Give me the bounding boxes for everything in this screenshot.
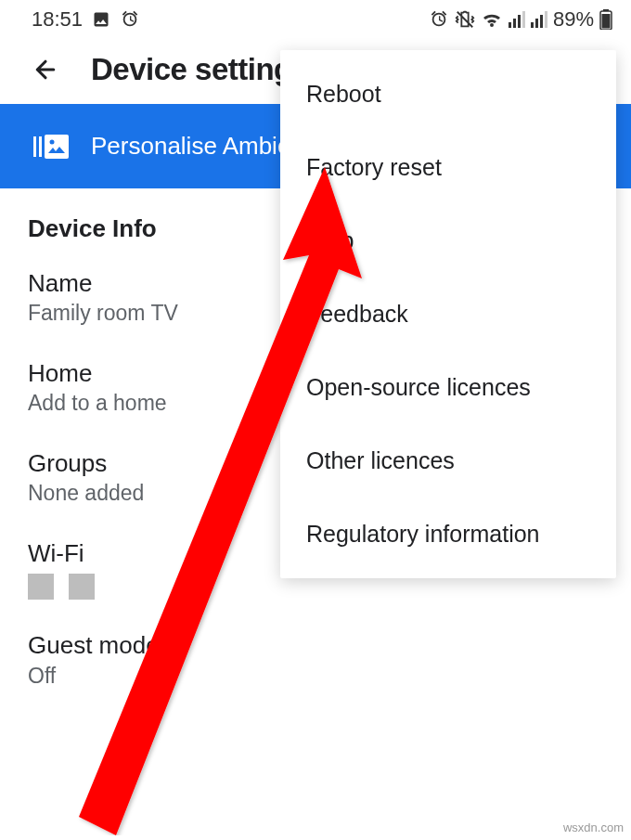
page-title: Device settings xyxy=(91,52,309,87)
menu-other-licences[interactable]: Other licences xyxy=(280,424,616,498)
battery-icon xyxy=(599,9,612,30)
svg-rect-6 xyxy=(540,15,543,28)
ambient-icon xyxy=(33,133,69,161)
wifi-icon xyxy=(481,10,503,29)
watermark: wsxdn.com xyxy=(563,821,624,834)
status-right: 89% xyxy=(429,7,612,32)
svg-rect-7 xyxy=(545,11,547,28)
menu-reboot[interactable]: Reboot xyxy=(280,58,616,131)
row-label: Guest mode xyxy=(28,631,603,660)
row-value: Off xyxy=(28,663,603,691)
svg-rect-2 xyxy=(518,15,521,28)
menu-factory-reset[interactable]: Factory reset xyxy=(280,131,616,204)
menu-regulatory[interactable]: Regulatory information xyxy=(280,498,616,571)
menu-feedback[interactable]: Feedback xyxy=(280,278,616,351)
back-arrow-icon[interactable] xyxy=(32,56,59,84)
vibrate-muted-icon xyxy=(455,9,475,30)
svg-point-14 xyxy=(50,139,55,144)
menu-open-source[interactable]: Open-source licences xyxy=(280,351,616,424)
battery-percent: 89% xyxy=(553,7,594,32)
row-guest-mode[interactable]: Guest mode Off xyxy=(0,611,631,701)
status-time: 18:51 xyxy=(32,7,83,32)
svg-rect-11 xyxy=(33,136,36,157)
alarm-icon xyxy=(120,9,140,30)
signal-icon xyxy=(509,11,525,28)
signal-icon xyxy=(531,11,547,28)
status-left: 18:51 xyxy=(32,7,140,32)
svg-rect-1 xyxy=(513,19,516,28)
status-bar: 18:51 89% xyxy=(0,0,631,35)
image-icon xyxy=(92,10,110,29)
svg-rect-3 xyxy=(522,11,525,28)
svg-rect-13 xyxy=(45,135,69,159)
svg-rect-5 xyxy=(535,19,538,28)
alarm-icon xyxy=(429,9,449,30)
svg-rect-12 xyxy=(39,136,42,157)
overflow-menu: Reboot Factory reset Help Feedback Open-… xyxy=(280,50,616,578)
svg-rect-10 xyxy=(602,14,611,29)
svg-rect-0 xyxy=(509,22,511,28)
menu-help[interactable]: Help xyxy=(280,204,616,278)
svg-rect-4 xyxy=(531,22,534,28)
